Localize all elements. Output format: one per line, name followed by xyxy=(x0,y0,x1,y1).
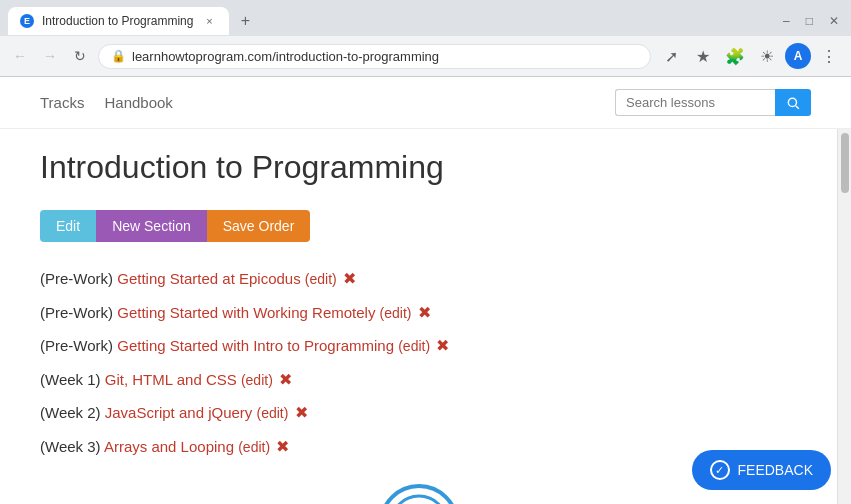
search-button[interactable] xyxy=(775,89,811,116)
lesson-section: (Pre-Work) xyxy=(40,270,117,287)
list-item: (Week 2) JavaScript and jQuery (edit) ✖ xyxy=(40,396,797,430)
lesson-delete-button[interactable]: ✖ xyxy=(279,371,292,388)
toolbar-icons: ➚ ★ 🧩 ☀ A ⋮ xyxy=(657,42,843,70)
list-item: (Pre-Work) Getting Started with Working … xyxy=(40,296,797,330)
lesson-section: (Pre-Work) xyxy=(40,337,117,354)
tab-bar: E Introduction to Programming × + – □ ✕ xyxy=(0,0,851,36)
lesson-delete-button[interactable]: ✖ xyxy=(343,270,356,287)
browser-chrome: E Introduction to Programming × + – □ ✕ … xyxy=(0,0,851,77)
lesson-link[interactable]: Getting Started with Working Remotely xyxy=(117,304,375,321)
lesson-list: (Pre-Work) Getting Started at Epicodus (… xyxy=(40,262,797,464)
refresh-button[interactable]: ↻ xyxy=(68,44,92,68)
search-input[interactable] xyxy=(615,89,775,116)
forward-button[interactable]: → xyxy=(38,44,62,68)
lesson-link[interactable]: Getting Started at Epicodus xyxy=(117,270,300,287)
page-body: Introduction to Programming Edit New Sec… xyxy=(40,129,797,504)
lesson-link[interactable]: Arrays and Looping xyxy=(104,438,234,455)
lesson-edit-link[interactable]: (edit) xyxy=(398,338,430,354)
address-bar: ← → ↻ 🔒 learnhowtoprogram.com/introducti… xyxy=(0,36,851,76)
lesson-link[interactable]: JavaScript and jQuery xyxy=(105,404,253,421)
extension-icon[interactable]: ☀ xyxy=(753,42,781,70)
epicodus-logo-area: Epicodus xyxy=(40,484,797,504)
lesson-section: (Week 2) xyxy=(40,404,105,421)
lesson-delete-button[interactable]: ✖ xyxy=(276,438,289,455)
save-order-button[interactable]: Save Order xyxy=(207,210,311,242)
feedback-button[interactable]: ✓ FEEDBACK xyxy=(692,450,831,490)
tracks-nav-link[interactable]: Tracks xyxy=(40,94,84,111)
main-area: Introduction to Programming Edit New Sec… xyxy=(0,129,837,504)
list-item: (Week 1) Git, HTML and CSS (edit) ✖ xyxy=(40,363,797,397)
profile-avatar[interactable]: A xyxy=(785,43,811,69)
epicodus-logo: Epicodus xyxy=(379,484,459,504)
scrollbar-thumb[interactable] xyxy=(841,133,849,193)
list-item: (Pre-Work) Getting Started with Intro to… xyxy=(40,329,797,363)
lesson-link[interactable]: Getting Started with Intro to Programmin… xyxy=(117,337,394,354)
lesson-delete-button[interactable]: ✖ xyxy=(295,404,308,421)
lesson-section: (Pre-Work) xyxy=(40,304,117,321)
lesson-edit-link[interactable]: (edit) xyxy=(380,305,412,321)
action-buttons: Edit New Section Save Order xyxy=(40,210,797,242)
back-button[interactable]: ← xyxy=(8,44,32,68)
extension-puzzle-icon[interactable]: 🧩 xyxy=(721,42,749,70)
lesson-delete-button[interactable]: ✖ xyxy=(436,337,449,354)
new-tab-button[interactable]: + xyxy=(233,9,257,33)
lock-icon: 🔒 xyxy=(111,49,126,63)
url-bar[interactable]: 🔒 learnhowtoprogram.com/introduction-to-… xyxy=(98,44,651,69)
feedback-label: FEEDBACK xyxy=(738,462,813,478)
search-container xyxy=(615,89,811,116)
feedback-icon: ✓ xyxy=(710,460,730,480)
tab-close-button[interactable]: × xyxy=(201,13,217,29)
lesson-section: (Week 3) xyxy=(40,438,104,455)
handbook-nav-link[interactable]: Handbook xyxy=(104,94,172,111)
svg-line-1 xyxy=(796,105,799,108)
svg-point-2 xyxy=(391,496,447,504)
page-content: Introduction to Programming Edit New Sec… xyxy=(0,129,851,504)
list-item: (Pre-Work) Getting Started at Epicodus (… xyxy=(40,262,797,296)
lesson-section: (Week 1) xyxy=(40,371,105,388)
lesson-link[interactable]: Git, HTML and CSS xyxy=(105,371,237,388)
close-window-button[interactable]: ✕ xyxy=(825,14,843,28)
url-text: learnhowtoprogram.com/introduction-to-pr… xyxy=(132,49,638,64)
minimize-button[interactable]: – xyxy=(779,14,794,28)
tab-title: Introduction to Programming xyxy=(42,14,193,28)
list-item: (Week 3) Arrays and Looping (edit) ✖ xyxy=(40,430,797,464)
lesson-delete-button[interactable]: ✖ xyxy=(418,304,431,321)
lesson-edit-link[interactable]: (edit) xyxy=(238,439,270,455)
new-section-button[interactable]: New Section xyxy=(96,210,207,242)
lesson-edit-link[interactable]: (edit) xyxy=(241,372,273,388)
edit-button[interactable]: Edit xyxy=(40,210,96,242)
menu-icon[interactable]: ⋮ xyxy=(815,42,843,70)
share-icon[interactable]: ➚ xyxy=(657,42,685,70)
lesson-edit-link[interactable]: (edit) xyxy=(257,405,289,421)
svg-point-0 xyxy=(788,98,796,106)
site-navigation: Tracks Handbook xyxy=(0,77,851,129)
lesson-edit-link[interactable]: (edit) xyxy=(305,271,337,287)
active-tab[interactable]: E Introduction to Programming × xyxy=(8,7,229,35)
bookmark-icon[interactable]: ★ xyxy=(689,42,717,70)
scrollbar[interactable] xyxy=(837,129,851,504)
window-controls: – □ ✕ xyxy=(779,14,843,28)
tab-favicon: E xyxy=(20,14,34,28)
page-title: Introduction to Programming xyxy=(40,149,797,186)
maximize-button[interactable]: □ xyxy=(802,14,817,28)
